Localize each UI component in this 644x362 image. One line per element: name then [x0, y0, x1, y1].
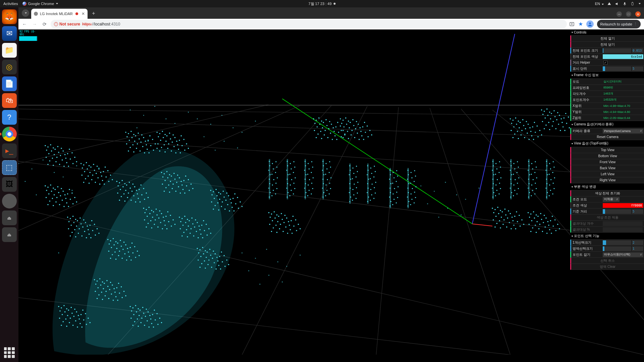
launcher-dock: 🦊 ✉ 📁 ◎ 📄 🛍 ? ▸_ ⬚ 🖼 ⏏ ⏏ — [0, 7, 18, 274]
svg-line-7 — [18, 119, 488, 139]
svg-line-14 — [376, 107, 398, 274]
dock-usb-2[interactable]: ⏏ — [2, 227, 17, 242]
dock-rhythmbox[interactable]: ◎ — [2, 60, 17, 74]
url-bar[interactable]: ! Not secure https://localhost:4310 — [51, 20, 488, 28]
browser-tab[interactable]: LG Innotek MLiDAR C ✕ — [31, 9, 88, 19]
notification-dot-icon — [334, 3, 336, 5]
favicon-icon — [34, 12, 38, 16]
new-tab-button[interactable]: + — [90, 9, 98, 17]
browser-toolbar: ← → ⟳ ! Not secure https://localhost:431… — [18, 19, 488, 29]
dock-terminal[interactable]: ▸_ — [2, 143, 17, 158]
3d-viewport[interactable]: 92 FPS (0-99) ▾Controls 전체 열기 전체 닫기 전체 포… — [18, 29, 488, 274]
dock-screenshot[interactable]: ⬚ — [2, 160, 17, 175]
svg-line-6 — [18, 109, 488, 117]
tab-close-button[interactable]: ✕ — [82, 11, 85, 16]
chrome-window: LG Innotek MLiDAR C ✕ + ─ □ ✕ ← → ⟳ ! No… — [18, 7, 488, 274]
tab-search-button[interactable] — [22, 9, 29, 17]
axis-y — [472, 34, 488, 224]
axis-x — [472, 224, 488, 226]
tab-strip: LG Innotek MLiDAR C ✕ + ─ □ ✕ — [18, 7, 488, 19]
svg-line-8 — [18, 134, 488, 177]
svg-point-21 — [72, 190, 73, 191]
current-app-menu[interactable]: Google Chrome — [22, 2, 58, 6]
dock-disk[interactable] — [2, 194, 17, 208]
chevron-down-icon — [56, 3, 58, 4]
svg-point-23 — [58, 252, 59, 253]
fps-counter: 92 FPS (0-99) — [19, 30, 38, 41]
gnome-top-panel: Activities Google Chrome 7월 17 23 : 49 E… — [0, 0, 488, 7]
clock[interactable]: 7월 17 23 : 49 — [308, 1, 331, 6]
axis-z — [282, 99, 473, 224]
security-indicator[interactable]: ! Not secure — [54, 22, 80, 26]
reload-button[interactable]: ⟳ — [41, 20, 49, 28]
url-text: https://localhost:4310 — [82, 22, 120, 26]
dock-image-viewer[interactable]: 🖼 — [2, 177, 17, 192]
activities-button[interactable]: Activities — [3, 2, 18, 6]
recording-icon — [75, 12, 78, 15]
dock-thunderbird[interactable]: ✉ — [2, 26, 17, 41]
dock-help[interactable]: ? — [2, 110, 17, 125]
back-button[interactable]: ← — [20, 20, 29, 28]
forward-button[interactable]: → — [31, 20, 39, 28]
pointcloud-canvas — [18, 29, 488, 274]
dock-firefox[interactable]: 🦊 — [2, 9, 17, 24]
dock-writer[interactable]: 📄 — [2, 76, 17, 91]
dock-chrome[interactable] — [2, 127, 17, 141]
dock-files[interactable]: 📁 — [2, 43, 17, 58]
tab-title: LG Innotek MLiDAR C — [40, 12, 73, 16]
dock-software[interactable]: 🛍 — [2, 93, 17, 108]
dock-usb-1[interactable]: ⏏ — [2, 210, 17, 225]
not-secure-icon: ! — [54, 22, 58, 26]
